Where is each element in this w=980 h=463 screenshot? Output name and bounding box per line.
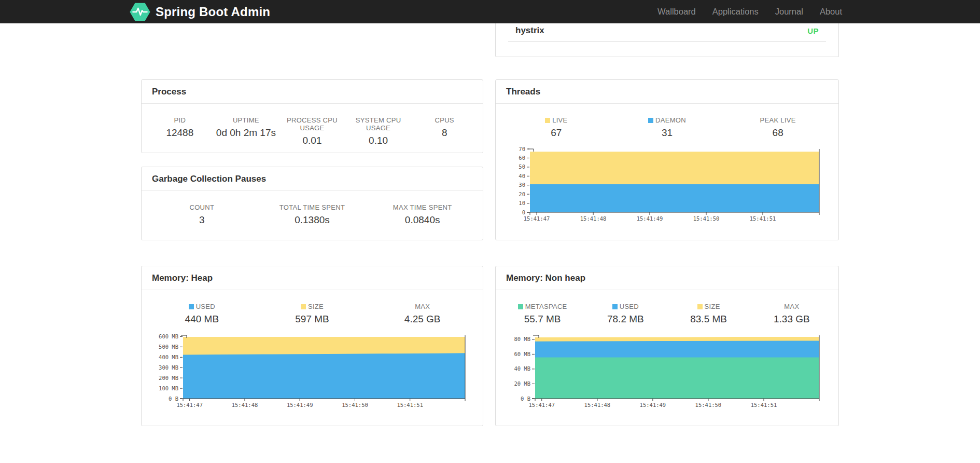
metric-pid: PID 12488 (147, 116, 213, 146)
svg-text:15:41:50: 15:41:50 (693, 215, 720, 222)
health-service-name: hystrix (515, 25, 544, 36)
metric-value: 0.0840s (367, 214, 478, 226)
metric-label: PID (147, 116, 213, 124)
svg-text:500 MB: 500 MB (159, 344, 178, 350)
metric-label: TOTAL TIME SPENT (257, 203, 368, 211)
legend-swatch (301, 304, 306, 309)
navbar: Spring Boot Admin Wallboard Applications… (0, 0, 980, 23)
legend-swatch (648, 118, 653, 123)
svg-text:15:41:49: 15:41:49 (287, 402, 313, 408)
svg-text:15:41:51: 15:41:51 (751, 402, 777, 408)
nav-link-about[interactable]: About (811, 7, 850, 17)
metric-label: MAX (367, 303, 478, 310)
metric-cpus: CPUS 8 (411, 116, 478, 146)
metric-system-cpu: SYSTEM CPU USAGE 0.10 (345, 116, 412, 146)
metric-label: USED (620, 303, 639, 310)
metric-threads-live: LIVE 67 (501, 116, 612, 139)
svg-text:0 B: 0 B (521, 396, 530, 402)
legend-swatch (612, 304, 618, 309)
metric-label: SYSTEM CPU USAGE (345, 116, 412, 132)
metric-heap-max: MAX 4.25 GB (367, 303, 478, 325)
metric-process-cpu: PROCESS CPU USAGE 0.01 (279, 116, 345, 146)
legend-swatch (518, 304, 523, 309)
health-row-section: hystrix UP (141, 23, 839, 57)
svg-text:300 MB: 300 MB (159, 364, 178, 371)
nav-link-journal[interactable]: Journal (767, 7, 811, 17)
metric-gc-max-time: MAX TIME SPENT 0.0840s (367, 203, 478, 226)
metric-value: 3 (147, 214, 257, 226)
metric-label: METASPACE (525, 303, 567, 310)
svg-text:15:41:47: 15:41:47 (176, 402, 203, 408)
nav-links: Wallboard Applications Journal About (649, 0, 850, 23)
svg-text:20: 20 (519, 191, 525, 197)
svg-text:15:41:50: 15:41:50 (695, 402, 722, 408)
metric-label: MAX TIME SPENT (367, 203, 478, 211)
metric-gc-count: COUNT 3 (147, 203, 257, 226)
brand[interactable]: Spring Boot Admin (130, 3, 270, 21)
svg-text:15:41:49: 15:41:49 (637, 215, 663, 222)
legend-swatch (545, 118, 550, 123)
svg-text:15:41:50: 15:41:50 (342, 402, 368, 408)
svg-text:600 MB: 600 MB (159, 333, 178, 339)
nonheap-card-title: Memory: Non heap (496, 266, 838, 290)
svg-text:70: 70 (519, 146, 525, 152)
health-row-hystrix: hystrix UP (508, 23, 826, 42)
metric-value: 0d 0h 2m 17s (213, 127, 279, 139)
svg-text:40: 40 (519, 173, 525, 179)
svg-text:400 MB: 400 MB (159, 354, 178, 360)
metric-value: 597 MB (257, 314, 368, 325)
svg-text:15:41:48: 15:41:48 (584, 402, 611, 408)
svg-text:80 MB: 80 MB (514, 336, 530, 342)
metric-nonheap-metaspace: METASPACE 55.7 MB (501, 303, 584, 325)
nav-link-applications[interactable]: Applications (704, 7, 767, 17)
brand-title: Spring Boot Admin (156, 5, 270, 19)
metric-label: PROCESS CPU USAGE (279, 116, 345, 132)
metric-value: 31 (612, 127, 723, 139)
health-status-badge: UP (807, 26, 819, 35)
metric-label: CPUS (411, 116, 478, 124)
metric-label: MAX (750, 303, 833, 310)
metric-label: SIZE (308, 303, 324, 310)
metric-threads-peak-live: PEAK LIVE 68 (722, 116, 833, 139)
main-content: hystrix UP Process PID 12488 UPTIME 0d 0… (141, 0, 839, 426)
svg-text:0: 0 (522, 209, 525, 215)
legend-swatch (697, 304, 703, 309)
threads-card-title: Threads (496, 80, 838, 104)
svg-text:100 MB: 100 MB (159, 385, 178, 391)
metric-value: 8 (411, 127, 478, 139)
gc-card: Garbage Collection Pauses COUNT 3 TOTAL … (141, 167, 483, 240)
svg-text:15:41:47: 15:41:47 (524, 215, 550, 222)
nonheap-chart-area: 0 B20 MB40 MB60 MB80 MB15:41:4715:41:481… (496, 331, 838, 412)
metric-label: DAEMON (655, 116, 686, 124)
metric-value: 0.10 (345, 135, 412, 146)
metric-heap-used: USED 440 MB (147, 303, 257, 325)
threads-metrics: LIVE 67 DAEMON 31 PEAK LIVE 68 (496, 104, 838, 139)
nav-link-wallboard[interactable]: Wallboard (649, 7, 704, 17)
metric-value: 12488 (147, 127, 213, 139)
svg-text:15:41:47: 15:41:47 (529, 402, 555, 408)
metric-value: 68 (722, 127, 833, 139)
svg-text:40 MB: 40 MB (514, 365, 530, 372)
metric-value: 440 MB (147, 314, 257, 325)
pulse-hexagon-icon (130, 3, 150, 21)
metric-gc-total-time: TOTAL TIME SPENT 0.1380s (257, 203, 368, 226)
metric-value: 0.1380s (257, 214, 368, 226)
metric-threads-daemon: DAEMON 31 (612, 116, 723, 139)
metric-label: PEAK LIVE (722, 116, 833, 124)
svg-text:50: 50 (519, 164, 525, 170)
process-metrics: PID 12488 UPTIME 0d 0h 2m 17s PROCESS CP… (142, 104, 483, 146)
metric-value: 4.25 GB (367, 314, 478, 325)
nonheap-chart: 0 B20 MB40 MB60 MB80 MB15:41:4715:41:481… (504, 331, 820, 410)
svg-text:15:41:48: 15:41:48 (232, 402, 258, 408)
gc-card-title: Garbage Collection Pauses (142, 167, 483, 191)
svg-text:10: 10 (519, 200, 525, 206)
metric-value: 67 (501, 127, 612, 139)
nonheap-card: Memory: Non heap METASPACE 55.7 MB USED … (495, 266, 839, 426)
threads-chart-area: 01020304050607015:41:4715:41:4815:41:491… (496, 145, 838, 226)
heap-metrics: USED 440 MB SIZE 597 MB MAX 4.25 GB (142, 290, 483, 325)
svg-text:0 B: 0 B (169, 396, 178, 402)
metric-value: 55.7 MB (501, 314, 584, 325)
metric-label: UPTIME (213, 116, 279, 124)
heap-card-title: Memory: Heap (142, 266, 483, 290)
metric-heap-size: SIZE 597 MB (257, 303, 368, 325)
